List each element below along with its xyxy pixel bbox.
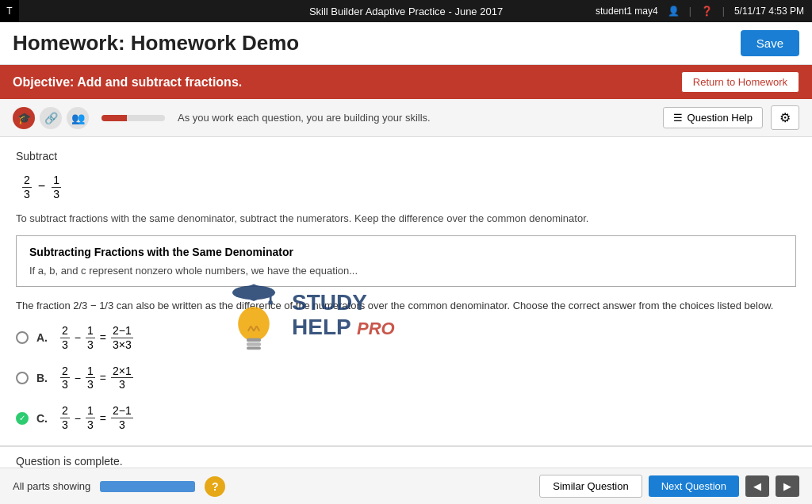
datetime: 5/11/17 4:53 PM	[734, 6, 804, 17]
main-content: Subtract 2 3 − 1 3 To subtract fractions…	[0, 137, 812, 446]
choice-c-label: C.	[36, 412, 52, 425]
radio-a[interactable]	[16, 331, 29, 344]
next-question-button[interactable]: Next Question	[649, 475, 739, 497]
frac1-numerator: 2	[22, 174, 32, 188]
corner-tab: T	[0, 0, 19, 22]
radio-c[interactable]	[16, 412, 29, 425]
username: student1 may4	[596, 6, 658, 17]
prev-arrow-button[interactable]: ◀	[745, 475, 769, 497]
similar-question-button[interactable]: Similar Question	[539, 475, 642, 498]
choice-c-fractions: 2 3 − 1 3 = 2−1 3	[60, 404, 133, 432]
ca-frac2: 1 3	[86, 324, 95, 352]
choice-a[interactable]: A. 2 3 − 1 3 = 2−1 3×3	[16, 324, 796, 352]
objective-bar: Objective: Add and subtract fractions. R…	[0, 65, 812, 99]
question-help-button[interactable]: ☰ Question Help	[663, 107, 763, 128]
cb-frac3: 2×1 3	[111, 365, 133, 392]
problem-fraction: 2 3 − 1 3	[22, 174, 61, 201]
bottom-help-button[interactable]: ?	[205, 476, 225, 497]
return-to-homework-button[interactable]: Return to Homework	[681, 71, 799, 93]
answer-choices: A. 2 3 − 1 3 = 2−1 3×3 B.	[16, 324, 796, 432]
gear-icon: ⚙	[779, 111, 791, 124]
choice-b[interactable]: B. 2 3 − 1 3 = 2×1 3	[16, 365, 796, 392]
save-button[interactable]: Save	[741, 30, 799, 56]
ca-frac1: 2 3	[60, 324, 70, 352]
list-icon: ☰	[673, 112, 683, 124]
description-text: To subtract fractions with the same deno…	[16, 211, 796, 227]
radio-b[interactable]	[16, 372, 29, 384]
cb-frac1: 2 3	[60, 365, 70, 392]
ca-frac3: 2−1 3×3	[111, 324, 133, 352]
skill-icon-2: 🔗	[40, 107, 62, 129]
status-text: Question is complete.	[16, 455, 123, 468]
skills-message: As you work each question, you are build…	[178, 112, 431, 124]
bottom-bar: All parts showing ? Similar Question Nex…	[0, 468, 812, 504]
objective-text: Objective: Add and subtract fractions.	[13, 75, 242, 90]
skills-left: 🎓 🔗 👥 As you work each question, you are…	[13, 107, 431, 129]
infobox-content: If a, b, and c represent nonzero whole n…	[29, 265, 783, 277]
skill-icon-1: 🎓	[13, 107, 35, 129]
user-icon: 👤	[668, 6, 680, 17]
formula-text: The fraction 2/3 − 1/3 can also be writt…	[16, 300, 796, 311]
info-box: Subtracting Fractions with the Same Deno…	[16, 235, 796, 287]
gear-button[interactable]: ⚙	[771, 105, 799, 130]
frac1-denominator: 3	[22, 188, 32, 201]
corner-label: T	[6, 6, 12, 17]
infobox-title: Subtracting Fractions with the Same Deno…	[29, 246, 783, 258]
skill-icon-3: 👥	[67, 107, 89, 129]
skill-progress-fill	[102, 115, 127, 121]
app-title: Skill Builder Adaptive Practice - June 2…	[309, 6, 503, 17]
subtract-label: Subtract	[16, 150, 796, 162]
bottom-left: All parts showing ?	[13, 476, 225, 497]
all-parts-label: All parts showing	[13, 480, 90, 492]
top-right-section: student1 may4 👤 | ❓ | 5/11/17 4:53 PM	[596, 6, 804, 17]
minus-op: −	[38, 179, 45, 193]
parts-progress-bar	[100, 481, 195, 492]
next-arrow-button[interactable]: ▶	[776, 475, 799, 497]
fraction-1: 2 3	[22, 174, 32, 201]
skills-right: ☰ Question Help ⚙	[663, 105, 799, 130]
cc-frac2: 1 3	[86, 404, 95, 432]
cc-frac1: 2 3	[60, 404, 70, 432]
cb-frac2: 1 3	[86, 365, 95, 392]
frac2-denominator: 3	[52, 188, 61, 201]
help-icon-top[interactable]: ❓	[701, 6, 713, 17]
top-bar: T Skill Builder Adaptive Practice - June…	[0, 0, 812, 22]
page-title: Homework: Homework Demo	[13, 31, 299, 55]
bottom-right: Similar Question Next Question ◀ ▶	[539, 475, 799, 498]
choice-a-fractions: 2 3 − 1 3 = 2−1 3×3	[60, 324, 133, 352]
choice-b-fractions: 2 3 − 1 3 = 2×1 3	[60, 365, 133, 392]
skill-icons: 🎓 🔗 👥	[13, 107, 89, 129]
choice-a-label: A.	[36, 331, 52, 344]
divider1: |	[689, 6, 691, 17]
cc-frac3: 2−1 3	[111, 404, 133, 432]
divider2: |	[722, 6, 725, 17]
skills-bar: 🎓 🔗 👥 As you work each question, you are…	[0, 99, 812, 137]
skill-progress-bar	[102, 115, 165, 121]
frac2-numerator: 1	[52, 174, 61, 188]
svg-point-0	[232, 285, 275, 300]
bottom-help-label: ?	[212, 480, 219, 493]
question-help-label: Question Help	[688, 112, 753, 124]
header: Homework: Homework Demo Save	[0, 22, 812, 65]
choice-b-label: B.	[36, 372, 52, 384]
fraction-2: 1 3	[52, 174, 61, 201]
choice-c[interactable]: C. 2 3 − 1 3 = 2−1 3	[16, 404, 796, 432]
